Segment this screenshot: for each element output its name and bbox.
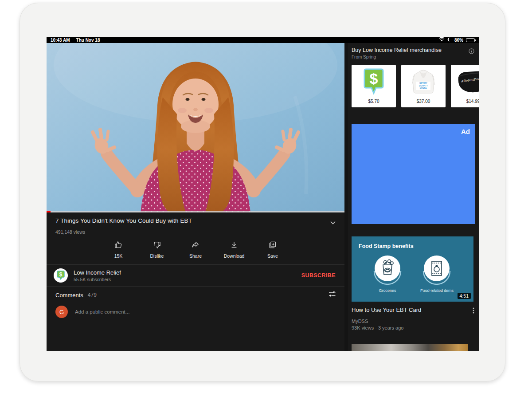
- comment-placeholder: Add a public comment...: [75, 309, 129, 315]
- merch-price: $37.00: [417, 99, 430, 104]
- dollar-sticker-image: $: [361, 67, 387, 98]
- save-playlist-icon: [268, 243, 277, 251]
- save-label: Save: [254, 253, 292, 259]
- add-comment-field[interactable]: G Add a public comment...: [47, 299, 344, 325]
- suggested-video-meta: 93K views · 3 years ago: [348, 324, 479, 330]
- dislike-label: Dislike: [138, 253, 176, 259]
- sidebar: Buy Low Income Relief merchandise From S…: [348, 43, 479, 351]
- merch-price: $14.99: [466, 99, 479, 104]
- video-frame-illustration: [47, 43, 344, 212]
- badge-label: Groceries: [372, 288, 403, 293]
- comments-sort-button[interactable]: [329, 291, 336, 299]
- user-avatar: G: [55, 306, 68, 318]
- svg-text:$: $: [59, 271, 63, 278]
- share-button[interactable]: Share: [176, 240, 215, 259]
- channel-row[interactable]: $ Low Income Relief 55.5K subscribers SU…: [47, 265, 344, 286]
- merch-header: Buy Low Income Relief merchandise From S…: [348, 43, 479, 59]
- info-icon[interactable]: [469, 47, 474, 56]
- like-count: 15K: [99, 253, 138, 259]
- merch-title: Buy Low Income Relief merchandise: [352, 47, 442, 53]
- stage: 10:43 AM Thu Nov 18 86%: [0, 0, 532, 401]
- status-date: Thu Nov 18: [76, 38, 100, 43]
- status-bar: 10:43 AM Thu Nov 18 86%: [47, 37, 479, 43]
- suggested-video-thumbnail[interactable]: Food Stamp benefits: [352, 236, 473, 302]
- like-button[interactable]: 15K: [99, 240, 138, 259]
- hoodie-print-text: BIPPITY BOPPITY BROKE: [416, 82, 430, 90]
- merch-item-fanny-pack[interactable]: #DefeatPoverty $14.99: [451, 65, 479, 107]
- video-title: 7 Things You Didn't Know You Could Buy w…: [55, 217, 192, 224]
- channel-subscribers: 55.5K subscribers: [74, 277, 121, 282]
- channel-avatar: $: [54, 268, 68, 283]
- screen: 10:43 AM Thu Nov 18 86%: [47, 37, 479, 351]
- merch-item-dollar-sticker[interactable]: $ $5.70: [352, 65, 396, 107]
- download-label: Download: [215, 253, 254, 259]
- svg-text:$: $: [370, 70, 378, 87]
- tablet-frame: 10:43 AM Thu Nov 18 86%: [20, 3, 505, 381]
- view-count: 491,148 views: [47, 226, 344, 235]
- thumbnail-badges: Groceries: [352, 253, 473, 293]
- watch-column: 7 Things You Didn't Know You Could Buy w…: [47, 43, 344, 351]
- video-progress-bar[interactable]: [47, 211, 344, 212]
- save-button[interactable]: Save: [254, 240, 292, 259]
- merch-shelf: $ $5.70 BIPPITY BOPPITY BROKE $37.00: [348, 65, 479, 107]
- next-video-partial-thumbnail[interactable]: [352, 344, 468, 351]
- badge-label: Food-related items: [420, 288, 454, 293]
- merch-item-hoodie[interactable]: BIPPITY BOPPITY BROKE $37.00: [401, 65, 446, 107]
- hoodie-image: BIPPITY BOPPITY BROKE: [409, 67, 438, 98]
- thumbs-up-icon: [114, 243, 123, 251]
- download-button[interactable]: Download: [215, 240, 254, 259]
- duration-badge: 4:51: [458, 293, 471, 299]
- merch-price: $5.70: [368, 99, 379, 104]
- battery-icon: [466, 38, 475, 42]
- thumbs-down-icon: [153, 243, 161, 251]
- thumbnail-title: Food Stamp benefits: [359, 243, 414, 249]
- groceries-badge: Groceries: [372, 253, 403, 293]
- video-player[interactable]: [47, 43, 344, 212]
- moon-icon: [447, 37, 452, 43]
- dislike-button[interactable]: Dislike: [138, 240, 176, 259]
- comments-label: Comments: [55, 292, 83, 299]
- kebab-menu-icon[interactable]: [471, 307, 476, 316]
- share-icon: [191, 243, 200, 251]
- column-gap: [344, 43, 348, 351]
- ad-label: Ad: [461, 128, 470, 135]
- chevron-down-icon[interactable]: [326, 217, 336, 226]
- ad-banner[interactable]: Ad: [352, 124, 475, 224]
- suggested-video-channel: MyDSS: [348, 316, 479, 324]
- download-icon: [230, 243, 239, 251]
- comments-count: 479: [88, 292, 97, 298]
- channel-name: Low Income Relief: [74, 269, 121, 276]
- action-bar: 15K Dislike: [47, 240, 344, 259]
- fanny-pack-image: #DefeatPoverty: [457, 67, 479, 98]
- food-items-badge: Food-related items: [420, 253, 454, 293]
- comments-header: Comments 479: [47, 287, 344, 299]
- progress-played: [47, 211, 51, 212]
- wifi-icon: [439, 37, 445, 43]
- subscribe-button[interactable]: SUBSCRIBE: [301, 272, 336, 279]
- main-content: 7 Things You Didn't Know You Could Buy w…: [47, 43, 479, 351]
- suggested-video-title[interactable]: How to Use Your EBT Card: [352, 307, 461, 313]
- share-label: Share: [176, 253, 215, 259]
- merch-subtitle: From Spring: [352, 55, 442, 59]
- battery-percent: 86%: [454, 38, 463, 43]
- status-time: 10:43 AM: [51, 38, 70, 43]
- video-details: 7 Things You Didn't Know You Could Buy w…: [47, 212, 344, 325]
